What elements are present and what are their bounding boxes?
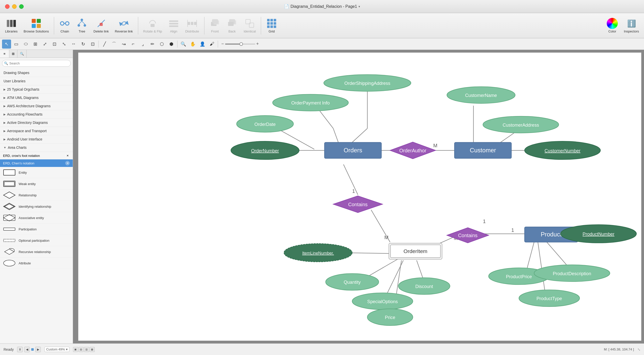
zoom-select[interactable]: Custom 49% ▾ [44, 347, 69, 352]
sidebar: ≡ ⊞ 🔍 🔍 Drawing Shapes User Libraries ▶ … [0, 50, 73, 343]
sidebar-tab-grid[interactable]: ⊞ [9, 50, 17, 58]
tool-expand[interactable]: ⊡ [50, 40, 59, 49]
view-icon-1[interactable]: ▣ [73, 347, 78, 352]
tool-magnify[interactable]: 🔍 [179, 40, 188, 49]
svg-rect-29 [212, 19, 218, 23]
svg-text:1: 1 [483, 219, 486, 224]
tool-crop[interactable]: ⊡ [88, 40, 97, 49]
tool-ungroup[interactable]: ⬢ [167, 40, 176, 49]
toolbar-distribute[interactable]: Distribute [183, 17, 202, 34]
tool-resize-ne[interactable]: ⤡ [59, 40, 68, 49]
search-input[interactable] [2, 60, 71, 67]
zoom-out-icon[interactable]: − [221, 41, 224, 47]
tool-user[interactable]: 👤 [198, 40, 207, 49]
shape-participation[interactable]: Participation [0, 224, 73, 235]
tool-pan[interactable]: ✋ [188, 40, 197, 49]
tool-bezier[interactable]: ⌒ [110, 40, 119, 49]
sidebar-item-accounting[interactable]: ▶ Accounting Flowcharts [0, 110, 73, 119]
shape-entity[interactable]: Entity [0, 167, 73, 178]
tool-rect[interactable]: ▭ [12, 40, 21, 49]
sidebar-item-android-ui[interactable]: ▶ Android User Interface [0, 135, 73, 144]
sidebar-tab-search[interactable]: 🔍 [17, 50, 27, 58]
toolbar-grid[interactable]: Grid [264, 17, 280, 34]
grid-icon [266, 18, 277, 29]
crows-foot-close[interactable]: ✕ [65, 153, 70, 158]
tool-pointer[interactable]: ↖ [2, 40, 11, 49]
distribute-label: Distribute [185, 29, 199, 33]
minimize-button[interactable] [12, 4, 17, 9]
zoom-slider[interactable] [225, 44, 255, 45]
svg-text:ProductType: ProductType [536, 296, 562, 301]
svg-rect-53 [4, 239, 15, 242]
shape-optional-participation[interactable]: Optional participation [0, 235, 73, 246]
tool-table[interactable]: ⊞ [31, 40, 40, 49]
tool-line[interactable]: ╱ [100, 40, 109, 49]
tool-paint[interactable]: 🖌 [207, 40, 217, 49]
toolbar-reverse-link[interactable]: Reverse link [112, 17, 135, 34]
reverse-link-icon [118, 18, 129, 29]
shape-weak-entity[interactable]: Weak entity [0, 178, 73, 190]
canvas-container[interactable]: M 1 1 M M 1 1 [73, 50, 644, 343]
title-dropdown-icon[interactable]: ▾ [359, 5, 360, 8]
toolrow2-sep-3 [218, 41, 218, 48]
toolbar-sep-1 [54, 17, 54, 34]
tool-resize-w[interactable]: ↔ [69, 40, 78, 49]
shape-associative[interactable]: Associative entity [0, 212, 73, 224]
toolbar-tree[interactable]: Tree [74, 17, 90, 34]
toolbar-align[interactable]: Align [166, 17, 182, 34]
toolbar-browse-solutions[interactable]: Browse Solutions [21, 17, 51, 34]
toolbar-rotate-flip[interactable]: Rotate & Flip [141, 17, 165, 34]
sidebar-item-aws[interactable]: ▶ AWS Architecture Diagrams [0, 102, 73, 110]
toolbar-front[interactable]: Front [207, 17, 223, 34]
shape-attribute[interactable]: Attribute [0, 258, 73, 269]
shape-relationship[interactable]: Relationship [0, 190, 73, 201]
prev-page-button[interactable]: ◀ [24, 347, 30, 352]
zoom-in-icon[interactable]: + [256, 41, 259, 47]
tool-pen[interactable]: ✏ [148, 40, 157, 49]
tool-hv-connector[interactable]: ⌐ [129, 40, 138, 49]
sidebar-item-active-dir[interactable]: ▶ Active Directory Diagrams [0, 119, 73, 127]
sidebar-item-25-orgcharts[interactable]: ▶ 25 Typical Orgcharts [0, 85, 73, 94]
shape-recursive[interactable]: Recursive relationship [0, 246, 73, 258]
view-icon-3[interactable]: ▥ [84, 347, 89, 352]
next-page-button[interactable]: ▶ [35, 347, 41, 352]
pause-button[interactable]: ⏸ [17, 347, 23, 352]
close-button[interactable] [5, 4, 10, 9]
tool-ellipse[interactable]: ⬭ [21, 40, 30, 49]
sidebar-item-drawing-shapes[interactable]: Drawing Shapes [0, 69, 73, 77]
resize-icon[interactable]: ⤡ [637, 347, 640, 351]
toolbar-libraries[interactable]: Libraries [3, 17, 20, 34]
toolbar-back[interactable]: Back [224, 17, 240, 34]
shape-identifying-rel[interactable]: Identifying relationship [0, 201, 73, 212]
canvas[interactable]: M 1 1 M M 1 1 [78, 52, 641, 341]
sidebar-item-area-charts[interactable]: ▼ Area Charts [0, 144, 73, 152]
svg-rect-36 [270, 19, 273, 21]
tool-ortho[interactable]: ⌟ [138, 40, 147, 49]
sidebar-item-user-libraries[interactable]: User Libraries [0, 77, 73, 85]
tool-rotate[interactable]: ↻ [79, 40, 88, 49]
toolbar-delete-link[interactable]: Delete link [91, 17, 111, 34]
toolbar-inspectors[interactable]: ℹ️ Inspectors [621, 17, 641, 34]
expand-arrow-5: ▶ [4, 121, 6, 124]
erd-tab-crows-foot[interactable]: ERD, crow's foot notation ✕ [0, 152, 73, 159]
tool-group[interactable]: ⬡ [157, 40, 166, 49]
sidebar-tab-list[interactable]: ≡ [0, 50, 9, 58]
toolbar-sep-4 [261, 17, 261, 34]
tool-resize-nw[interactable]: ⤢ [40, 40, 49, 49]
fullscreen-button[interactable] [19, 4, 24, 9]
toolbar-color[interactable]: Color [604, 17, 620, 34]
tool-connector[interactable]: ↝ [119, 40, 128, 49]
sidebar-item-atm-uml[interactable]: ▶ ATM UML Diagrams [0, 94, 73, 102]
toolbar-identical[interactable]: Identical [241, 17, 258, 34]
view-icon-4[interactable]: ▦ [90, 347, 95, 352]
svg-rect-2 [13, 20, 16, 27]
page-indicator [31, 348, 34, 351]
sidebar-item-aerospace[interactable]: ▶ Aerospace and Transport [0, 127, 73, 135]
toolbar-chain[interactable]: Chain [57, 17, 73, 34]
assoc-preview [3, 214, 16, 222]
erd-tab-chens[interactable]: ERD, Chen's notation ✕ [0, 159, 73, 167]
chens-close[interactable]: ✕ [65, 161, 70, 165]
svg-text:CustomerName: CustomerName [465, 93, 497, 98]
accounting-label: Accounting Flowcharts [7, 112, 43, 116]
view-icon-2[interactable]: ▤ [79, 347, 84, 352]
